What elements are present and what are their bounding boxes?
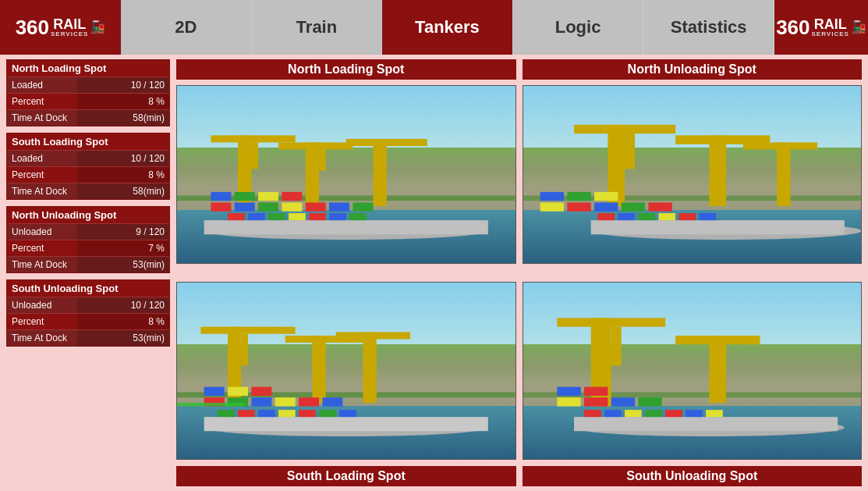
svg-rect-51 [678, 213, 696, 220]
svg-rect-76 [299, 410, 316, 417]
svg-rect-40 [567, 202, 590, 211]
south-unloading-percent-label: Percent [7, 314, 77, 329]
north-loading-camera [176, 85, 516, 264]
svg-rect-68 [322, 397, 342, 406]
svg-rect-6 [306, 142, 319, 206]
svg-rect-62 [336, 332, 410, 339]
svg-rect-73 [238, 410, 255, 417]
tab-tankers[interactable]: Tankers [382, 0, 513, 55]
north-unloading-label: North Unloading Spot [523, 59, 863, 80]
svg-rect-43 [648, 202, 671, 211]
svg-rect-20 [258, 192, 278, 201]
svg-rect-15 [306, 202, 326, 211]
svg-rect-24 [268, 213, 285, 220]
logo-services-left: SERVICES [51, 31, 88, 37]
sl-cranes-svg [177, 283, 515, 460]
south-loading-camera [176, 282, 516, 461]
top-labels-row: North Loading Spot North Unloading Spot [176, 59, 862, 80]
north-unloading-unloaded-label: Unloaded [7, 224, 77, 240]
north-loading-title: North Loading Spot [7, 60, 169, 76]
svg-rect-8 [319, 150, 326, 171]
svg-rect-52 [699, 213, 716, 220]
svg-rect-87 [675, 335, 760, 343]
north-unloading-time-row: Time At Dock 53(min) [7, 256, 169, 272]
bottom-labels-row-top [176, 270, 862, 276]
nav-tabs: 2D Train Tankers Logic Statistics [121, 0, 774, 55]
north-loading-time-label: Time At Dock [7, 110, 77, 126]
svg-rect-18 [211, 192, 231, 201]
svg-rect-61 [363, 332, 376, 403]
svg-rect-28 [349, 213, 367, 220]
svg-rect-17 [353, 202, 373, 211]
svg-rect-66 [275, 397, 296, 406]
south-unloading-unloaded-row: Unloaded 10 / 120 [7, 297, 169, 313]
south-unloading-unloaded-label: Unloaded [7, 297, 77, 313]
tab-2d[interactable]: 2D [121, 0, 252, 55]
south-unloading-percent-value: 8 % [77, 314, 169, 329]
svg-rect-96 [625, 410, 642, 417]
south-loading-time-label: Time At Dock [7, 183, 77, 199]
svg-rect-100 [706, 410, 723, 417]
north-loading-scene [177, 86, 515, 263]
south-loading-scene [177, 283, 515, 460]
svg-rect-55 [204, 417, 488, 431]
svg-rect-31 [590, 220, 844, 234]
south-loading-time-value: 58(min) [77, 183, 169, 199]
svg-rect-4 [211, 135, 295, 142]
svg-rect-95 [604, 410, 622, 417]
logo-icon-right: 🚂 [851, 21, 866, 34]
svg-rect-94 [584, 410, 601, 417]
svg-rect-48 [618, 213, 635, 220]
svg-rect-75 [278, 410, 296, 417]
logo-right: 360 RAIL SERVICES 🚂 [774, 0, 868, 55]
nu-cranes-svg [523, 86, 862, 263]
svg-rect-37 [777, 142, 790, 206]
svg-rect-14 [282, 202, 302, 211]
svg-rect-53 [177, 392, 515, 397]
south-loading-percent-row: Percent 8 % [7, 166, 169, 183]
svg-rect-65 [251, 397, 271, 406]
svg-rect-97 [645, 410, 662, 417]
svg-rect-88 [557, 397, 580, 406]
north-loading-loaded-row: Loaded 10 / 120 [7, 76, 169, 93]
logo-360-left: 360 [16, 17, 49, 37]
svg-rect-84 [557, 318, 665, 326]
south-unloading-camera [523, 282, 863, 461]
svg-rect-85 [611, 326, 621, 365]
south-unloading-view-label: South Unloading Spot [523, 466, 863, 486]
svg-rect-59 [312, 335, 325, 402]
tab-logic[interactable]: Logic [513, 0, 644, 55]
svg-rect-23 [248, 213, 265, 220]
svg-rect-22 [228, 213, 245, 220]
svg-rect-7 [278, 142, 353, 149]
logo-services-right: SERVICES [812, 31, 849, 37]
header: 360 RAIL SERVICES 🚂 2D Train Tankers Log… [0, 0, 868, 55]
south-loading-percent-label: Percent [7, 167, 77, 183]
north-loading-percent-label: Percent [7, 94, 77, 109]
svg-rect-41 [594, 202, 618, 211]
north-unloading-time-label: Time At Dock [7, 257, 77, 272]
svg-rect-42 [621, 202, 644, 211]
svg-rect-19 [235, 192, 255, 201]
south-loading-loaded-value: 10 / 120 [77, 151, 169, 166]
north-unloading-percent-value: 7 % [77, 240, 169, 256]
logo-left: 360 RAIL SERVICES 🚂 [0, 0, 121, 55]
svg-rect-47 [597, 213, 615, 220]
north-unloading-unloaded-value: 9 / 120 [77, 224, 169, 240]
tab-statistics[interactable]: Statistics [643, 0, 774, 55]
north-loading-percent-value: 8 % [77, 94, 169, 109]
south-loading-loaded-label: Loaded [7, 151, 77, 166]
svg-rect-44 [540, 192, 563, 201]
svg-rect-99 [686, 410, 703, 417]
main-content: North Loading Spot Loaded 10 / 120 Perce… [0, 55, 868, 491]
south-loading-stats: South Loading Spot Loaded 10 / 120 Perce… [6, 133, 170, 200]
logo-rail-right: RAIL [812, 17, 849, 31]
north-unloading-unloaded-row: Unloaded 9 / 120 [7, 223, 169, 240]
svg-rect-93 [584, 386, 608, 395]
svg-rect-86 [709, 335, 726, 402]
svg-rect-98 [665, 410, 682, 417]
svg-rect-21 [282, 192, 302, 201]
svg-rect-11 [211, 202, 231, 211]
tab-train[interactable]: Train [252, 0, 383, 55]
svg-rect-50 [658, 213, 675, 220]
